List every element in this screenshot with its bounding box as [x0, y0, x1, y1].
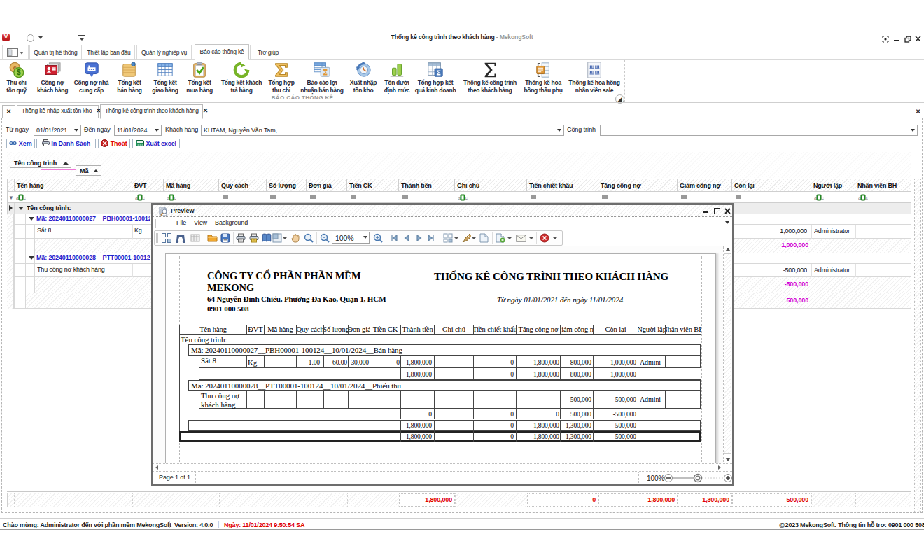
svg-text:$: $	[17, 69, 21, 76]
svg-text:a: a	[135, 195, 138, 200]
svg-text:a: a	[167, 195, 169, 200]
svg-text:c: c	[866, 195, 869, 200]
svg-text:a: a	[16, 195, 19, 200]
svg-text:c: c	[143, 195, 146, 200]
svg-text:a: a	[814, 195, 817, 200]
svg-text:c: c	[24, 195, 27, 200]
svg-text:c: c	[465, 195, 468, 200]
svg-text:c: c	[822, 195, 825, 200]
svg-text:c: c	[174, 195, 177, 200]
svg-text:a: a	[458, 195, 461, 200]
svg-text:a: a	[858, 195, 861, 200]
